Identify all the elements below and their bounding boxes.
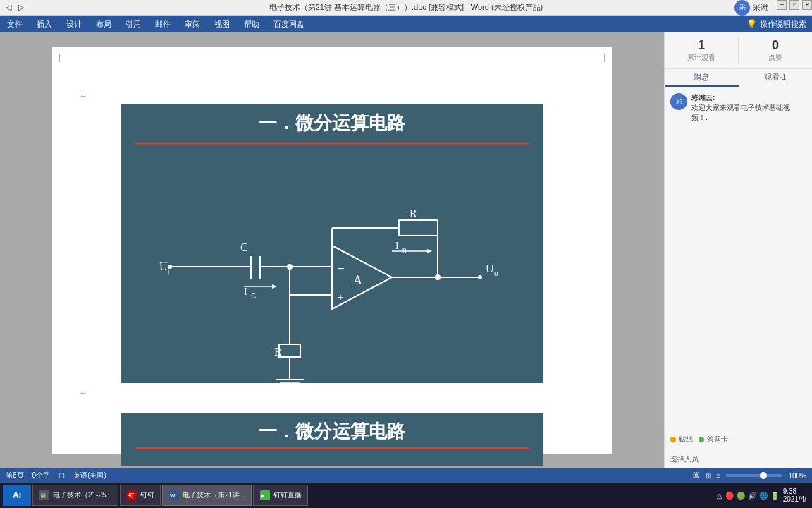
- svg-text:I: I: [244, 286, 247, 297]
- circuit-diagram-1: 一．微分运算电路 U i: [121, 104, 543, 383]
- title-bar: ◁ ▷ 电子技术（第21讲 基本运算电器（三））.doc [兼容模式] - Wo…: [0, 0, 812, 16]
- word-count-status: 0个字: [32, 471, 51, 480]
- select-people-label: 选择人员: [670, 455, 699, 463]
- taskbar-item-nail[interactable]: 钉 钉钉: [120, 485, 161, 506]
- sys-icons: △ 🔴 🟢 🔊 🌐 🔋: [717, 492, 779, 500]
- menu-bar: 文件 插入 设计 布局 引用 邮件 审阅 视图 帮助 百度网盘 💡 操作说明搜索: [0, 16, 812, 32]
- circuit-diagram-2: 一．微分运算电路: [121, 413, 543, 466]
- corner-mark-tl: [59, 54, 68, 62]
- likes-count: 0: [744, 38, 806, 53]
- taskbar-item-nail2[interactable]: ▶ 钉钉直播: [253, 485, 308, 506]
- dianzi-icon: 圖: [39, 490, 50, 501]
- menu-insert[interactable]: 插入: [30, 16, 59, 32]
- sys-icon-2: 🔴: [725, 492, 734, 500]
- para-return-2: ↵: [80, 386, 584, 399]
- chat-username: 彩滩云:: [691, 93, 804, 103]
- sticker-action[interactable]: 贴纸: [670, 435, 693, 445]
- window-title: 电子技术（第21讲 基本运算电器（三））.doc [兼容模式] - Word (…: [269, 2, 543, 13]
- back-icon[interactable]: ◁: [3, 2, 14, 13]
- date-display: 2021/4/: [783, 495, 806, 503]
- forward-icon[interactable]: ▷: [16, 2, 27, 13]
- language-label: 英语(美国): [73, 471, 106, 480]
- chat-content: 彩滩云: 欢迎大家来观看电子技术基础视频！.: [691, 93, 804, 123]
- taskbar-tray: △ 🔴 🟢 🔊 🌐 🔋 9:38 2021/4/: [717, 488, 809, 503]
- return-symbol-1: ↵: [80, 92, 87, 100]
- time-display: 9:38: [783, 488, 806, 495]
- svg-text:U: U: [486, 262, 494, 274]
- menu-file[interactable]: 文件: [0, 16, 30, 32]
- menu-references[interactable]: 引用: [118, 16, 148, 32]
- nail-label: 钉钉: [140, 490, 154, 500]
- document-scroll[interactable]: ↵ 一．微分运算电路: [0, 32, 664, 468]
- word-icon: W: [168, 490, 180, 501]
- status-right: 阅 ⊞ ≡ 100%: [693, 471, 806, 480]
- card-action[interactable]: 答题卡: [699, 435, 728, 445]
- menu-help[interactable]: 帮助: [237, 16, 266, 32]
- svg-text:圖: 圖: [41, 493, 46, 498]
- svg-text:−: −: [338, 262, 344, 274]
- svg-text:o: o: [494, 270, 498, 277]
- right-panel: 1 累计观看 0 点赞 消息 观看·1 彩 彩滩云:: [664, 32, 812, 468]
- zoom-slider[interactable]: [726, 474, 782, 477]
- card-icon: [699, 437, 704, 442]
- select-people[interactable]: 选择人员: [670, 452, 806, 464]
- views-stat: 1 累计观看: [670, 38, 732, 63]
- close-button[interactable]: ✕: [802, 0, 812, 10]
- chat-message-item: 彩 彩滩云: 欢迎大家来观看电子技术基础视频！.: [670, 93, 806, 123]
- svg-point-32: [478, 275, 482, 279]
- start-label: Ai: [13, 490, 21, 500]
- taskbar-item-word[interactable]: W 电子技术（第21讲...: [162, 485, 252, 506]
- likes-label: 点赞: [744, 53, 806, 63]
- svg-text:+: +: [338, 291, 343, 303]
- svg-text:R: R: [410, 207, 417, 219]
- battery-icon: 🔋: [770, 492, 779, 500]
- svg-text:钉: 钉: [128, 492, 135, 499]
- circuit-svg-2: 一．微分运算电路: [121, 413, 543, 466]
- clock: 9:38 2021/4/: [783, 488, 806, 503]
- menu-baidu[interactable]: 百度网盘: [266, 16, 312, 32]
- svg-text:C: C: [251, 292, 256, 300]
- menu-view[interactable]: 视图: [207, 16, 237, 32]
- stat-divider: [738, 38, 739, 63]
- word-label: 电子技术（第21讲...: [183, 490, 245, 500]
- search-label[interactable]: 操作说明搜索: [760, 19, 806, 30]
- network-icon: 🌐: [759, 492, 768, 500]
- layout-icon: ⊞: [706, 472, 711, 480]
- tab-viewers[interactable]: 观看·1: [739, 69, 813, 87]
- zoom-level: 100%: [788, 472, 806, 480]
- restore-button[interactable]: □: [789, 0, 799, 10]
- menu-review[interactable]: 审阅: [178, 16, 207, 32]
- minimize-button[interactable]: ─: [777, 0, 787, 10]
- return-symbol-2: ↵: [80, 389, 87, 397]
- document-area: ↵ 一．微分运算电路: [0, 32, 812, 468]
- menu-mailings[interactable]: 邮件: [148, 16, 178, 32]
- chat-area: 彩 彩滩云: 欢迎大家来观看电子技术基础视频！.: [665, 87, 812, 430]
- title-bar-left: ◁ ▷: [0, 2, 27, 13]
- app-window: ◁ ▷ 电子技术（第21讲 基本运算电器（三））.doc [兼容模式] - Wo…: [0, 0, 812, 508]
- user-avatar[interactable]: 采: [734, 0, 750, 16]
- svg-text:U: U: [159, 260, 168, 272]
- sys-icon-3: 🟢: [737, 492, 745, 500]
- start-button[interactable]: Ai: [3, 485, 31, 506]
- views-count: 1: [670, 38, 732, 53]
- panel-tabs: 消息 观看·1: [665, 69, 812, 87]
- svg-text:C: C: [240, 241, 248, 253]
- view-mode-label: 阅: [693, 471, 700, 480]
- circuit-svg-1: 一．微分运算电路 U i: [121, 104, 543, 383]
- chat-text: 欢迎大家来观看电子技术基础视频！.: [691, 103, 804, 123]
- chat-user-avatar: 彩: [670, 93, 687, 110]
- panel-actions: 贴纸 答题卡 选择人员: [665, 430, 812, 468]
- taskbar-item-dianzi[interactable]: 圖 电子技术（21-25...: [32, 485, 118, 506]
- svg-text:n: n: [402, 246, 407, 254]
- nail2-icon: ▶: [259, 490, 271, 501]
- svg-text:一．微分运算电路: 一．微分运算电路: [259, 112, 406, 133]
- tab-messages[interactable]: 消息: [665, 69, 739, 87]
- panel-stats: 1 累计观看 0 点赞: [665, 32, 812, 69]
- menu-layout[interactable]: 布局: [89, 16, 118, 32]
- menu-design[interactable]: 设计: [59, 16, 89, 32]
- svg-text:R: R: [274, 346, 282, 358]
- page-top-space: [80, 75, 584, 89]
- zoom-thumb: [760, 472, 767, 479]
- svg-text:W: W: [170, 492, 176, 499]
- page-status: 第8页: [6, 471, 24, 480]
